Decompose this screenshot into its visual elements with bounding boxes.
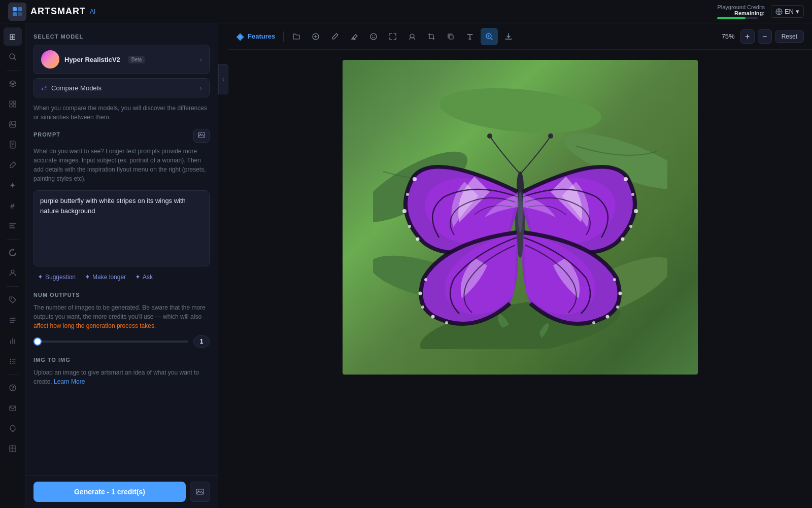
canvas-area <box>228 50 812 508</box>
svg-rect-3 <box>18 12 22 16</box>
zoom-out-button[interactable]: − <box>758 29 772 44</box>
nav-table-icon[interactable] <box>4 439 22 458</box>
nav-mail-icon[interactable] <box>4 399 22 417</box>
compare-models-button[interactable]: ⇄ Compare Models › <box>33 78 210 97</box>
nav-help-icon[interactable] <box>4 379 22 397</box>
svg-point-44 <box>408 225 411 228</box>
logo-ai: AI <box>90 8 95 15</box>
nav-divider-2 <box>7 239 19 240</box>
nav-shape-icon[interactable] <box>4 95 22 113</box>
toolbar-crop-button[interactable] <box>423 28 440 45</box>
svg-rect-22 <box>198 132 205 138</box>
suggestion-label: Suggestion <box>45 274 76 281</box>
nav-grid-icon[interactable]: ⊞ <box>4 27 22 46</box>
svg-rect-62 <box>196 489 204 494</box>
nav-document-icon[interactable] <box>4 136 22 154</box>
compare-helper-text: When you compare the models, you will di… <box>33 104 210 122</box>
make-longer-label: Make longer <box>92 274 126 281</box>
credits-bar <box>717 17 758 19</box>
svg-point-45 <box>416 238 420 241</box>
credits-bar-fill <box>717 17 746 19</box>
svg-rect-0 <box>13 7 17 11</box>
toolbar-text-button[interactable] <box>461 28 479 45</box>
prompt-image-button[interactable] <box>193 129 210 143</box>
toolbar-add-button[interactable] <box>307 28 324 45</box>
svg-point-51 <box>424 278 427 281</box>
nav-layers-icon[interactable] <box>4 75 22 93</box>
svg-point-47 <box>631 193 634 196</box>
nav-list-icon[interactable] <box>4 311 22 329</box>
svg-rect-9 <box>13 105 16 107</box>
nav-brush-icon[interactable] <box>4 156 22 174</box>
model-card[interactable]: Hyper RealisticV2 Beta › <box>33 45 210 74</box>
suggestion-button[interactable]: ✦ Suggestion <box>36 272 78 282</box>
prompt-label: PROMPT <box>33 131 60 138</box>
prompt-helper-text: What do you want to see? Longer text pro… <box>33 147 210 183</box>
svg-point-25 <box>370 33 377 40</box>
svg-point-46 <box>624 177 628 181</box>
nav-align-icon[interactable] <box>4 217 22 235</box>
svg-point-43 <box>402 209 407 213</box>
nav-bullet-icon[interactable] <box>4 352 22 370</box>
nav-hashtag-icon[interactable]: # <box>4 196 22 215</box>
svg-point-16 <box>10 361 11 362</box>
img-to-img-helper: Upload an image to give artsmart an idea… <box>33 368 210 386</box>
nav-tag-icon[interactable] <box>4 291 22 309</box>
nav-effects-icon[interactable]: ✦ <box>4 176 22 194</box>
nav-rocket-icon[interactable] <box>4 419 22 437</box>
learn-more-link[interactable]: Learn More <box>54 378 85 385</box>
toolbar-face-button[interactable] <box>403 28 421 45</box>
sidebar-collapse-button[interactable]: ‹ <box>218 64 228 94</box>
generate-image-upload-button[interactable] <box>190 482 210 502</box>
compare-btn-label: Compare Models <box>51 84 101 92</box>
compare-icon: ⇄ <box>41 84 47 92</box>
svg-point-55 <box>445 321 448 324</box>
nav-divider-4 <box>7 374 19 375</box>
toolbar-copy-button[interactable] <box>442 28 459 45</box>
toolbar-pencil-button[interactable] <box>326 28 344 45</box>
svg-point-41 <box>413 177 417 181</box>
butterfly-svg <box>373 85 667 349</box>
nav-refresh-icon[interactable] <box>4 244 22 262</box>
img-to-img-section: IMG TO IMG Upload an image to give artsm… <box>33 357 210 386</box>
toolbar-features: ◈ Features <box>236 31 275 42</box>
svg-point-57 <box>619 292 622 295</box>
prompt-textarea[interactable]: purple butterfly with white stripes on i… <box>33 190 210 266</box>
ask-button[interactable]: ✦ Ask <box>133 272 155 282</box>
zoom-reset-button[interactable]: Reset <box>775 30 804 43</box>
nav-divider-3 <box>7 286 19 287</box>
toolbar-expand-button[interactable] <box>384 28 401 45</box>
zoom-in-button[interactable]: + <box>740 29 755 44</box>
toolbar-divider-1 <box>283 31 284 42</box>
svg-point-14 <box>11 298 12 299</box>
prompt-actions: ✦ Suggestion ✦ Make longer ✦ Ask <box>33 268 210 284</box>
toolbar-download-button[interactable] <box>500 28 517 45</box>
num-outputs-slider[interactable] <box>33 341 188 343</box>
svg-point-13 <box>11 270 14 273</box>
svg-point-26 <box>372 35 373 36</box>
num-outputs-label: NUM OUTPUTS <box>33 292 210 298</box>
toolbar-emoji-button[interactable] <box>365 28 382 45</box>
language-button[interactable]: EN ▾ <box>771 5 804 18</box>
generate-button[interactable]: Generate - 1 credit(s) <box>33 482 186 502</box>
svg-rect-2 <box>13 12 17 16</box>
nav-user-icon[interactable] <box>4 264 22 282</box>
main-layout: ⊞ ✦ # <box>0 23 812 508</box>
svg-point-5 <box>10 54 15 59</box>
nav-search-icon[interactable] <box>4 48 22 66</box>
toolbar-search-zoom-button[interactable] <box>481 28 498 45</box>
svg-point-53 <box>421 306 424 309</box>
nav-image-icon[interactable] <box>4 115 22 133</box>
toolbar-folder-button[interactable] <box>288 28 305 45</box>
ai-features-icon: ◈ <box>236 31 244 42</box>
svg-point-56 <box>613 278 616 281</box>
make-longer-button[interactable]: ✦ Make longer <box>83 272 128 282</box>
nav-chart-icon[interactable] <box>4 331 22 350</box>
num-outputs-helper: The number of images to be generated. Be… <box>33 303 210 330</box>
svg-point-50 <box>621 238 625 241</box>
svg-rect-10 <box>10 121 16 127</box>
toolbar-erase-button[interactable] <box>346 28 363 45</box>
svg-point-17 <box>10 363 11 364</box>
num-outputs-highlight: affect how long the generation process t… <box>33 322 154 329</box>
topbar-left: ARTSMARTAI <box>8 3 95 21</box>
